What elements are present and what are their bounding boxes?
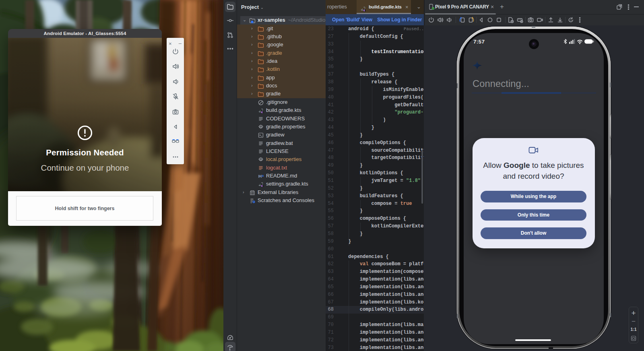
svg-text:5: 5 bbox=[570, 19, 572, 21]
